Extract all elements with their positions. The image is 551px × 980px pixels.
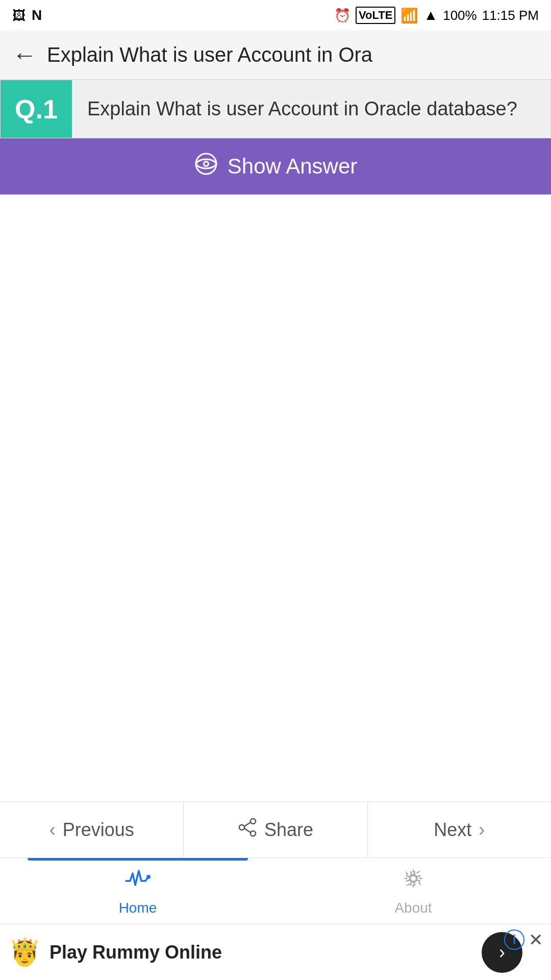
ad-banner: 🤴 Play Rummy Online › i ✕	[0, 924, 551, 980]
n-icon: N	[32, 7, 42, 23]
svg-point-5	[251, 831, 256, 836]
svg-point-4	[239, 825, 244, 830]
tab-home-label: Home	[119, 900, 157, 916]
ad-close-area: i ✕	[504, 929, 543, 950]
svg-point-2	[205, 162, 208, 165]
status-bar-left-icons: 🖼 N	[12, 7, 42, 23]
svg-point-3	[251, 819, 256, 824]
next-icon: ›	[479, 819, 485, 841]
ad-close-icon[interactable]: ✕	[529, 929, 543, 950]
share-icon	[238, 818, 257, 842]
page-title: Explain What is user Account in Ora	[47, 43, 372, 66]
navigation-bar: ‹ Previous Share Next ›	[0, 801, 551, 857]
status-bar-right-icons: ⏰ VoLTE 📶 ▲ 100% 11:15 PM	[334, 7, 539, 24]
ad-emoji: 🤴	[8, 937, 41, 968]
next-label: Next	[434, 819, 471, 841]
question-card: Q.1 Explain What is user Account in Orac…	[0, 80, 551, 138]
svg-point-8	[146, 875, 151, 879]
top-bar: ← Explain What is user Account in Ora	[0, 31, 551, 80]
main-content-area	[0, 194, 551, 801]
eye-icon	[194, 152, 218, 181]
alarm-icon: ⏰	[334, 8, 350, 23]
status-bar: 🖼 N ⏰ VoLTE 📶 ▲ 100% 11:15 PM	[0, 0, 551, 31]
show-answer-button[interactable]: Show Answer	[0, 138, 551, 194]
tab-bar: Home About	[0, 857, 551, 924]
svg-line-7	[244, 828, 251, 832]
tab-home[interactable]: Home	[0, 858, 276, 924]
previous-icon: ‹	[49, 819, 56, 841]
tab-about[interactable]: About	[276, 858, 551, 924]
ad-info-icon: i	[504, 929, 524, 950]
image-icon: 🖼	[12, 8, 26, 23]
volte-label: VoLTE	[356, 7, 395, 24]
previous-button[interactable]: ‹ Previous	[0, 802, 184, 857]
question-text: Explain What is user Account in Oracle d…	[72, 80, 550, 138]
home-icon	[125, 866, 151, 897]
signal-icon: ▲	[423, 7, 438, 23]
ad-text: Play Rummy Online	[49, 942, 473, 963]
svg-line-6	[244, 822, 251, 826]
next-button[interactable]: Next ›	[368, 802, 551, 857]
question-number-box: Q.1	[1, 80, 72, 138]
time-label: 11:15 PM	[482, 8, 539, 23]
question-number: Q.1	[15, 94, 58, 125]
wifi-icon: 📶	[400, 7, 418, 24]
back-button[interactable]: ←	[12, 41, 37, 69]
previous-label: Previous	[63, 819, 134, 841]
battery-label: 100%	[443, 8, 477, 23]
show-answer-label: Show Answer	[228, 154, 357, 179]
about-icon	[400, 866, 426, 897]
share-button[interactable]: Share	[184, 802, 367, 857]
share-label: Share	[264, 819, 313, 841]
tab-about-label: About	[394, 900, 432, 916]
